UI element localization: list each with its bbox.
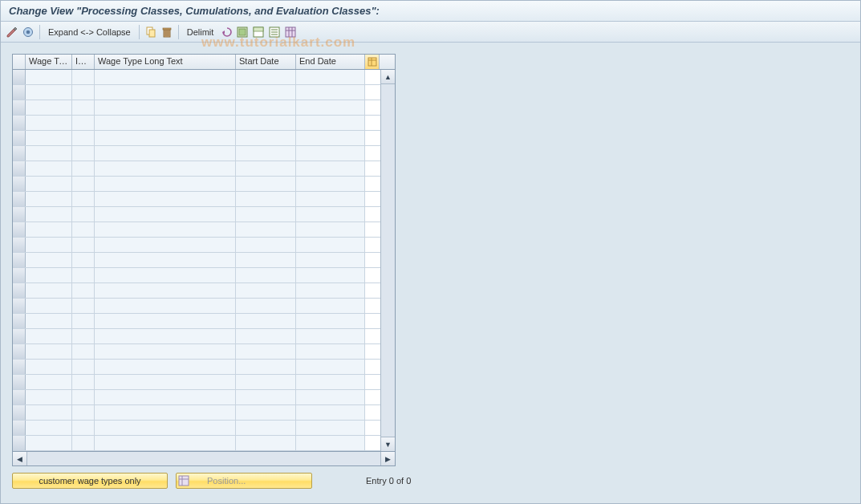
cell-start-date[interactable] — [236, 116, 296, 130]
cell-end-date[interactable] — [296, 314, 365, 328]
cell-wage-type[interactable] — [26, 100, 72, 115]
cell-wage-type[interactable] — [26, 421, 72, 435]
cell-wage-type[interactable] — [26, 238, 72, 252]
cell-long-text[interactable] — [95, 375, 236, 389]
cell-long-text[interactable] — [95, 116, 236, 130]
cell-long-text[interactable] — [95, 100, 236, 115]
cell-inf[interactable] — [72, 360, 95, 374]
cell-inf[interactable] — [72, 161, 95, 176]
row-selector[interactable] — [13, 70, 26, 84]
table-row[interactable] — [13, 238, 380, 253]
cell-inf[interactable] — [72, 390, 95, 404]
table-row[interactable] — [13, 100, 380, 116]
deselect-all-icon[interactable] — [268, 26, 281, 39]
cell-long-text[interactable] — [95, 329, 236, 343]
cell-start-date[interactable] — [236, 268, 296, 282]
table-row[interactable] — [13, 161, 380, 177]
cell-wage-type[interactable] — [26, 390, 72, 404]
row-selector[interactable] — [13, 360, 26, 374]
table-row[interactable] — [13, 329, 380, 344]
cell-start-date[interactable] — [236, 131, 296, 145]
copy-icon[interactable] — [144, 26, 157, 39]
cell-long-text[interactable] — [95, 344, 236, 359]
cell-start-date[interactable] — [236, 360, 296, 374]
row-selector[interactable] — [13, 222, 26, 237]
cell-wage-type[interactable] — [26, 192, 72, 206]
col-end-date[interactable]: End Date — [296, 55, 365, 69]
cell-long-text[interactable] — [95, 85, 236, 100]
cell-inf[interactable] — [72, 314, 95, 328]
row-selector[interactable] — [13, 405, 26, 420]
cell-wage-type[interactable] — [26, 375, 72, 389]
cell-inf[interactable] — [72, 131, 95, 145]
col-start-date[interactable]: Start Date — [236, 55, 296, 69]
cell-start-date[interactable] — [236, 390, 296, 404]
cell-end-date[interactable] — [296, 100, 365, 115]
cell-end-date[interactable] — [296, 268, 365, 282]
table-row[interactable] — [13, 421, 380, 436]
cell-end-date[interactable] — [296, 299, 365, 313]
cell-end-date[interactable] — [296, 436, 365, 450]
cell-inf[interactable] — [72, 253, 95, 267]
row-selector-header[interactable] — [13, 55, 26, 69]
table-row[interactable] — [13, 146, 380, 161]
table-row[interactable] — [13, 222, 380, 238]
row-selector[interactable] — [13, 329, 26, 343]
cell-start-date[interactable] — [236, 299, 296, 313]
cell-end-date[interactable] — [296, 421, 365, 435]
cell-long-text[interactable] — [95, 146, 236, 161]
cell-long-text[interactable] — [95, 222, 236, 237]
row-selector[interactable] — [13, 421, 26, 435]
row-selector[interactable] — [13, 436, 26, 450]
cell-inf[interactable] — [72, 85, 95, 100]
row-selector[interactable] — [13, 253, 26, 267]
row-selector[interactable] — [13, 100, 26, 115]
table-row[interactable] — [13, 436, 380, 451]
cell-wage-type[interactable] — [26, 329, 72, 343]
table-row[interactable] — [13, 299, 380, 314]
cell-wage-type[interactable] — [26, 146, 72, 161]
cell-wage-type[interactable] — [26, 131, 72, 145]
table-row[interactable] — [13, 314, 380, 329]
cell-wage-type[interactable] — [26, 299, 72, 313]
cell-wage-type[interactable] — [26, 344, 72, 359]
cell-inf[interactable] — [72, 344, 95, 359]
customer-wage-types-button[interactable]: customer wage types only — [12, 473, 168, 489]
table-row[interactable] — [13, 85, 380, 100]
col-long-text[interactable]: Wage Type Long Text — [95, 55, 236, 69]
vertical-scrollbar[interactable]: ▲ ▼ — [380, 70, 395, 451]
cell-end-date[interactable] — [296, 131, 365, 145]
row-selector[interactable] — [13, 268, 26, 282]
cell-start-date[interactable] — [236, 421, 296, 435]
scroll-left-icon[interactable]: ◀ — [13, 452, 27, 465]
table-settings-icon[interactable] — [284, 26, 297, 39]
cell-inf[interactable] — [72, 283, 95, 298]
row-selector[interactable] — [13, 299, 26, 313]
cell-start-date[interactable] — [236, 207, 296, 222]
cell-inf[interactable] — [72, 177, 95, 191]
cell-end-date[interactable] — [296, 283, 365, 298]
scroll-up-icon[interactable]: ▲ — [381, 70, 395, 84]
table-row[interactable] — [13, 283, 380, 299]
cell-long-text[interactable] — [95, 238, 236, 252]
table-row[interactable] — [13, 268, 380, 283]
cell-inf[interactable] — [72, 116, 95, 130]
cell-long-text[interactable] — [95, 421, 236, 435]
cell-long-text[interactable] — [95, 192, 236, 206]
row-selector[interactable] — [13, 344, 26, 359]
cell-inf[interactable] — [72, 222, 95, 237]
scroll-track[interactable] — [381, 84, 395, 437]
cell-start-date[interactable] — [236, 283, 296, 298]
cell-end-date[interactable] — [296, 344, 365, 359]
cell-start-date[interactable] — [236, 375, 296, 389]
cell-start-date[interactable] — [236, 238, 296, 252]
cell-long-text[interactable] — [95, 314, 236, 328]
cell-wage-type[interactable] — [26, 436, 72, 450]
scroll-down-icon[interactable]: ▼ — [381, 437, 395, 451]
cell-start-date[interactable] — [236, 253, 296, 267]
row-selector[interactable] — [13, 146, 26, 161]
table-row[interactable] — [13, 390, 380, 405]
cell-long-text[interactable] — [95, 161, 236, 176]
select-all-icon[interactable] — [236, 26, 249, 39]
position-button[interactable]: Position... — [176, 473, 312, 489]
